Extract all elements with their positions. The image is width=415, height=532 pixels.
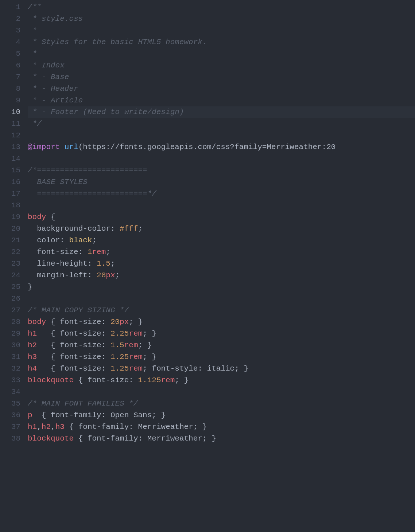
token-punc: ; } <box>175 376 189 384</box>
code-line[interactable]: * <box>28 48 415 60</box>
code-line[interactable] <box>28 293 415 305</box>
token-number: 20 <box>110 318 120 326</box>
token-comment: * <box>28 50 37 58</box>
token-number: 1.125 <box>138 376 161 384</box>
line-number: 10 <box>0 106 20 118</box>
code-line[interactable]: h3 { font-size: 1.25rem; } <box>28 351 415 363</box>
code-line[interactable]: margin-left: 28px; <box>28 270 415 281</box>
token-default <box>55 364 60 373</box>
token-selector: p <box>28 411 32 419</box>
code-line[interactable]: BASE STYLES <box>28 176 415 188</box>
token-comment: * Styles for the basic HTML5 homework. <box>28 38 207 46</box>
code-line[interactable]: h1 { font-size: 2.25rem; } <box>28 328 415 340</box>
code-line[interactable]: background-color: #fff; <box>28 223 415 235</box>
code-line[interactable]: blockquote { font-size: 1.125rem; } <box>28 375 415 386</box>
token-default: https://fonts.googleapis.com/css?family=… <box>83 143 336 151</box>
code-line[interactable]: * style.css <box>28 13 415 25</box>
token-property: line-height <box>37 259 88 268</box>
code-line[interactable] <box>28 200 415 211</box>
token-property: font-size <box>60 353 101 361</box>
token-property: font-size <box>88 376 129 384</box>
token-punc: { <box>51 318 55 326</box>
code-line[interactable]: h4 { font-size: 1.25rem; font-style: ita… <box>28 363 415 375</box>
code-line[interactable]: @import url(https://fonts.googleapis.com… <box>28 141 415 153</box>
token-selector: body <box>28 213 46 221</box>
line-number: 25 <box>0 281 20 293</box>
token-default <box>28 224 37 233</box>
line-number: 23 <box>0 258 20 270</box>
code-line[interactable]: color: black; <box>28 235 415 246</box>
code-line[interactable]: /*======================== <box>28 165 415 176</box>
token-punc: : <box>78 248 88 256</box>
line-number: 38 <box>0 433 20 445</box>
token-default <box>83 376 88 384</box>
token-punc: : <box>129 423 138 431</box>
code-line[interactable]: /* MAIN FONT FAMILIES */ <box>28 398 415 410</box>
token-number: #fff <box>120 224 138 233</box>
token-comment: * - Base <box>28 73 69 81</box>
line-number: 28 <box>0 316 20 328</box>
token-punc: : <box>110 224 120 233</box>
token-comment: /* MAIN COPY SIZING */ <box>28 306 129 314</box>
token-punc: : <box>129 376 138 384</box>
token-property: font-size <box>60 318 101 326</box>
token-property: font-size <box>60 329 101 338</box>
token-default <box>74 434 78 443</box>
line-number: 27 <box>0 305 20 316</box>
code-line[interactable]: blockquote { font-family: Merriweather; … <box>28 433 415 445</box>
token-selector: blockquote <box>28 434 74 443</box>
token-default: Open Sans <box>110 411 152 419</box>
code-line[interactable]: * - Header <box>28 83 415 95</box>
token-number: 1.5 <box>110 341 124 349</box>
token-punc: : <box>101 364 110 373</box>
code-line[interactable]: font-size: 1rem; <box>28 246 415 258</box>
token-default <box>65 423 69 431</box>
token-number: 1.25 <box>110 364 129 373</box>
token-default <box>32 411 42 419</box>
token-default <box>28 248 37 256</box>
line-number: 13 <box>0 141 20 153</box>
code-line[interactable]: body { <box>28 211 415 223</box>
token-punc: { <box>51 329 55 338</box>
token-punc: : <box>198 364 207 373</box>
code-editor[interactable]: 1234567891011121314151617181920212223242… <box>0 0 415 532</box>
code-line[interactable]: * <box>28 25 415 36</box>
code-line[interactable]: p { font-family: Open Sans; } <box>28 410 415 421</box>
code-line[interactable]: h1,h2,h3 { font-family: Merriweather; } <box>28 421 415 433</box>
code-line[interactable]: */ <box>28 118 415 130</box>
line-number: 8 <box>0 83 20 95</box>
code-line[interactable] <box>28 130 415 141</box>
line-number: 12 <box>0 130 20 141</box>
code-line[interactable]: line-height: 1.5; <box>28 258 415 270</box>
token-number: 28 <box>97 271 106 279</box>
code-line[interactable]: * - Base <box>28 71 415 83</box>
code-line[interactable]: * - Footer (Need to write/design) <box>28 106 415 118</box>
code-line[interactable]: * - Article <box>28 95 415 106</box>
line-number: 17 <box>0 188 20 200</box>
code-line[interactable]: /** <box>28 1 415 13</box>
token-default <box>46 213 51 221</box>
code-line[interactable] <box>28 386 415 398</box>
line-number: 15 <box>0 165 20 176</box>
line-number: 5 <box>0 48 20 60</box>
code-line[interactable]: h2 { font-size: 1.5rem; } <box>28 340 415 351</box>
line-number: 33 <box>0 375 20 386</box>
code-content[interactable]: /** * style.css * * Styles for the basic… <box>28 0 415 532</box>
code-line[interactable]: * Index <box>28 60 415 71</box>
token-property: margin-left <box>37 271 88 279</box>
token-unit: rem <box>92 248 106 256</box>
token-punc: ; } <box>143 353 156 361</box>
token-unit: px <box>106 271 115 279</box>
token-func: url <box>65 143 78 151</box>
token-comment: * style.css <box>28 15 83 23</box>
token-unit: px <box>120 318 129 326</box>
code-line[interactable]: ========================*/ <box>28 188 415 200</box>
code-line[interactable]: body { font-size: 20px; } <box>28 316 415 328</box>
code-line[interactable]: * Styles for the basic HTML5 homework. <box>28 36 415 48</box>
code-line[interactable]: /* MAIN COPY SIZING */ <box>28 305 415 316</box>
token-punc: { <box>51 353 55 361</box>
code-line[interactable]: } <box>28 281 415 293</box>
token-default: Merriweather <box>147 434 202 443</box>
token-comment: /*======================== <box>28 166 147 175</box>
code-line[interactable] <box>28 153 415 165</box>
